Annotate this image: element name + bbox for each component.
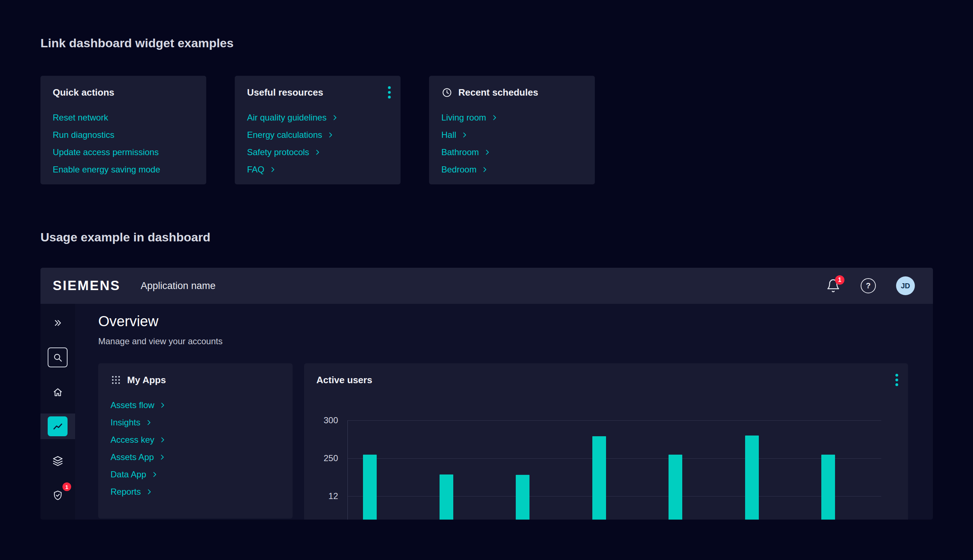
dashboard-frame: SIEMENS Application name 1 ? JD: [40, 268, 933, 520]
quick-actions-card: Quick actions Reset network Run diagnost…: [40, 76, 206, 184]
sidebar: 1: [40, 304, 75, 520]
useful-resources-card: Useful resources Air quality guidelines …: [235, 76, 401, 184]
active-users-card: Active users 300 250 12: [304, 363, 908, 520]
link-access-key[interactable]: Access key: [110, 435, 154, 445]
sidebar-item-overview-active[interactable]: [48, 417, 67, 436]
help-button[interactable]: ?: [861, 278, 876, 293]
link-list: Assets flow Insights Access key Assets A…: [110, 397, 280, 500]
link-assets-app[interactable]: Assets App: [110, 452, 154, 462]
link-enable-energy-saving[interactable]: Enable energy saving mode: [53, 165, 160, 175]
card-header: Active users: [316, 373, 896, 387]
chevron-right-icon: [331, 114, 338, 121]
link-row: Safety protocols: [247, 143, 388, 161]
chevron-right-icon: [461, 131, 468, 138]
header-actions: 1 ? JD: [826, 277, 915, 295]
kebab-menu-icon[interactable]: [895, 373, 899, 388]
link-insights[interactable]: Insights: [110, 417, 140, 428]
card-header: Quick actions: [53, 85, 194, 100]
chart-bar: [440, 475, 453, 520]
notification-badge: 1: [835, 275, 844, 285]
card-header: Recent schedules: [441, 85, 583, 100]
link-row: Hall: [441, 126, 583, 143]
link-row: Update access permissions: [53, 143, 194, 161]
link-row: Run diagnostics: [53, 126, 194, 143]
page: Link dashboard widget examples Quick act…: [0, 0, 973, 560]
section-heading-widgets: Link dashboard widget examples: [40, 36, 234, 50]
kebab-menu-icon[interactable]: [388, 86, 391, 100]
layers-icon: [52, 455, 64, 467]
recent-schedules-card: Recent schedules Living room Hall Bathro…: [429, 76, 595, 184]
link-update-access-permissions[interactable]: Update access permissions: [53, 147, 159, 157]
link-row: Air quality guidelines: [247, 109, 388, 126]
link-row: Energy calculations: [247, 126, 388, 143]
card-header: Useful resources: [247, 85, 388, 100]
dashboard-content: Overview Manage and view your accounts M…: [75, 304, 933, 520]
chevron-right-icon: [159, 402, 166, 409]
chevron-right-icon: [145, 488, 153, 495]
clock-icon: [441, 87, 453, 98]
link-row: Bedroom: [441, 161, 583, 178]
link-assets-flow[interactable]: Assets flow: [110, 400, 154, 410]
chart-bar: [363, 455, 377, 520]
link-row: Reports: [110, 483, 280, 500]
link-bathroom[interactable]: Bathroom: [441, 147, 479, 157]
chevron-right-icon: [269, 166, 276, 173]
link-safety-protocols[interactable]: Safety protocols: [247, 147, 309, 157]
chevron-right-icon: [327, 131, 334, 138]
sidebar-item-security[interactable]: 1: [48, 485, 67, 505]
widget-examples-row: Quick actions Reset network Run diagnost…: [40, 76, 595, 184]
link-row: Bathroom: [441, 143, 583, 161]
chart-bars: [348, 414, 881, 520]
link-energy-calculations[interactable]: Energy calculations: [247, 130, 322, 140]
link-list: Air quality guidelines Energy calculatio…: [247, 109, 388, 178]
chart-bar: [821, 455, 835, 520]
user-avatar[interactable]: JD: [896, 277, 915, 295]
link-row: Insights: [110, 414, 280, 431]
chevron-right-icon: [151, 471, 158, 478]
link-bedroom[interactable]: Bedroom: [441, 165, 476, 175]
chart-bar: [745, 435, 759, 520]
siemens-logo: SIEMENS: [53, 278, 120, 293]
sidebar-item-layers[interactable]: [48, 451, 67, 471]
chevron-right-icon: [483, 149, 491, 156]
my-apps-card: My Apps Assets flow Insights Access key …: [98, 363, 293, 518]
y-axis-tick-label: 300: [307, 415, 338, 425]
link-hall[interactable]: Hall: [441, 130, 456, 140]
y-axis-tick-label: 250: [307, 453, 338, 463]
double-chevron-right-icon: [52, 318, 63, 328]
sidebar-item-home[interactable]: [48, 382, 67, 402]
link-living-room[interactable]: Living room: [441, 113, 486, 123]
question-mark-icon: ?: [861, 278, 876, 293]
card-title: Quick actions: [53, 87, 114, 98]
link-row: Reset network: [53, 109, 194, 126]
chart-bar: [592, 436, 606, 520]
shield-check-icon: [52, 490, 64, 501]
sidebar-item-search[interactable]: [48, 347, 67, 367]
search-icon: [52, 352, 63, 363]
link-row: FAQ: [247, 161, 388, 178]
chart-bar: [516, 475, 530, 520]
link-run-diagnostics[interactable]: Run diagnostics: [53, 130, 114, 140]
sidebar-expand-button[interactable]: [48, 313, 67, 333]
chevron-right-icon: [481, 166, 488, 173]
link-reset-network[interactable]: Reset network: [53, 113, 108, 123]
notifications-button[interactable]: 1: [826, 278, 841, 293]
card-title: Useful resources: [247, 87, 323, 98]
card-title: Recent schedules: [458, 87, 538, 98]
home-icon: [52, 387, 64, 398]
link-row: Living room: [441, 109, 583, 126]
link-air-quality-guidelines[interactable]: Air quality guidelines: [247, 113, 326, 123]
dashboard-header: SIEMENS Application name 1 ? JD: [40, 268, 933, 304]
sidebar-security-badge: 1: [62, 482, 71, 491]
line-chart-icon: [52, 421, 64, 432]
link-list: Reset network Run diagnostics Update acc…: [53, 109, 194, 178]
chevron-right-icon: [159, 453, 166, 461]
link-faq[interactable]: FAQ: [247, 165, 264, 175]
link-reports[interactable]: Reports: [110, 487, 141, 497]
section-heading-usage: Usage example in dashboard: [40, 230, 211, 244]
chevron-right-icon: [491, 114, 498, 121]
chevron-right-icon: [145, 419, 152, 426]
y-axis-tick-label: 12: [307, 491, 338, 501]
link-data-app[interactable]: Data App: [110, 470, 146, 480]
link-row: Access key: [110, 431, 280, 448]
